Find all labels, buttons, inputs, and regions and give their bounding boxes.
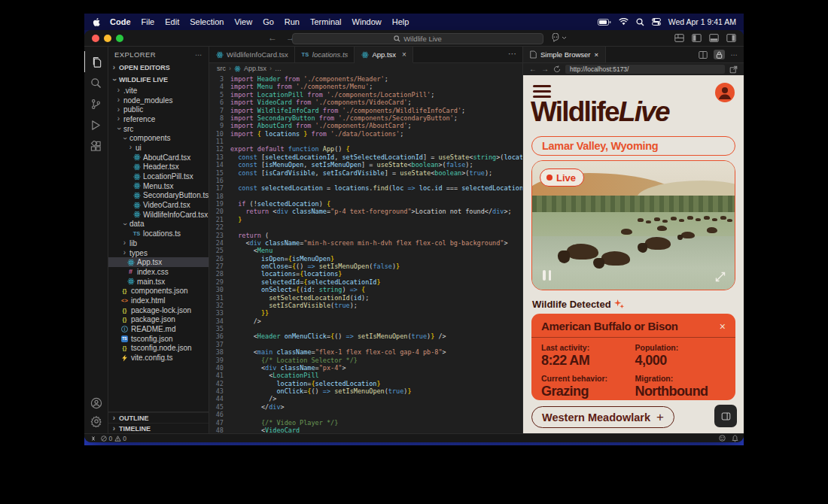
file-types[interactable]: ›types: [108, 248, 209, 258]
file-components.json[interactable]: {}components.json: [108, 286, 209, 296]
apple-logo-icon[interactable]: [92, 17, 102, 27]
file-index.html[interactable]: <>index.html: [108, 296, 209, 305]
settings-gear-icon[interactable]: [90, 415, 102, 427]
remote-indicator-icon[interactable]: [90, 436, 97, 442]
file-ui[interactable]: ›ui: [108, 143, 209, 153]
file-data[interactable]: ›data: [108, 220, 209, 229]
open-editors-section[interactable]: › OPEN EDITORS: [108, 62, 209, 74]
extensions-icon[interactable]: [84, 135, 108, 156]
pause-button[interactable]: [543, 270, 551, 281]
menu-edit[interactable]: Edit: [160, 17, 184, 26]
file-lib[interactable]: ›lib: [108, 238, 209, 248]
tab-wildlifeinfocard.tsx[interactable]: WildlifeInfoCard.tsx: [209, 47, 295, 62]
zoom-window-button[interactable]: [116, 35, 123, 42]
toggle-panel-icon[interactable]: [709, 33, 719, 43]
tab-app.tsx[interactable]: App.tsx×: [355, 47, 413, 63]
accounts-icon[interactable]: [90, 397, 102, 409]
feedback-smiley-icon[interactable]: [719, 435, 726, 442]
file-videocard.tsx[interactable]: VideoCard.tsx: [108, 200, 209, 210]
lock-button[interactable]: [714, 50, 725, 59]
dev-overlay-button[interactable]: [714, 405, 737, 427]
toggle-primary-sidebar-icon[interactable]: [692, 33, 702, 43]
file-locations.ts[interactable]: TSlocations.ts: [108, 229, 209, 238]
search-view-icon[interactable]: [84, 72, 108, 93]
command-center-search[interactable]: Wildlife Live: [292, 33, 543, 44]
breadcrumb-file[interactable]: App.tsx: [244, 65, 266, 72]
browser-reload-icon[interactable]: [553, 65, 561, 73]
next-species-button[interactable]: Western Meadowlark +: [531, 406, 674, 428]
menu-file[interactable]: File: [136, 17, 160, 26]
close-window-button[interactable]: [92, 35, 99, 42]
file-tsconfig.node.json[interactable]: {}tsconfig.node.json: [108, 344, 209, 354]
copilot-menu-button[interactable]: [551, 33, 567, 42]
file-secondarybutton.tsx[interactable]: SecondaryButton.tsx: [108, 191, 209, 201]
timeline-section[interactable]: › TIMELINE: [108, 423, 209, 433]
code-editor[interactable]: 3import Header from './components/Header…: [209, 74, 522, 433]
file-src[interactable]: ›src: [108, 124, 209, 134]
customize-layout-icon[interactable]: [674, 33, 684, 43]
problems-indicator[interactable]: 0 0: [101, 435, 126, 442]
menu-selection[interactable]: Selection: [184, 17, 229, 26]
breadcrumb[interactable]: src › App.tsx › …: [209, 63, 522, 74]
outline-section[interactable]: › OUTLINE: [108, 412, 209, 423]
breadcrumb-src[interactable]: src: [217, 65, 226, 72]
explorer-view-icon[interactable]: [84, 51, 108, 72]
file-public[interactable]: ›public: [108, 105, 209, 114]
file-tsconfig.json[interactable]: TStsconfig.json: [108, 334, 209, 344]
menu-code[interactable]: Code: [105, 17, 136, 26]
menu-terminal[interactable]: Terminal: [305, 17, 347, 26]
close-card-button[interactable]: ×: [720, 321, 726, 332]
browser-back-button[interactable]: ←: [529, 65, 537, 73]
url-input[interactable]: http://localhost:5173/: [565, 65, 725, 74]
spotlight-search-icon[interactable]: [636, 18, 644, 26]
browser-more-actions[interactable]: ⋯: [731, 50, 738, 59]
tabbar-more-actions[interactable]: ⋯: [508, 49, 516, 59]
explorer-more-actions[interactable]: ⋯: [195, 50, 202, 59]
toggle-secondary-sidebar-icon[interactable]: [726, 33, 736, 43]
control-center-icon[interactable]: [652, 18, 661, 26]
avatar[interactable]: [715, 83, 735, 102]
fullscreen-expand-icon[interactable]: [715, 272, 726, 282]
menu-view[interactable]: View: [229, 17, 257, 26]
file-index.css[interactable]: #index.css: [108, 267, 209, 277]
file-vite.config.ts[interactable]: vite.config.ts: [108, 353, 209, 363]
menu-go[interactable]: Go: [257, 17, 279, 26]
location-pill-button[interactable]: Lamar Valley, Wyoming: [531, 136, 735, 156]
file-components[interactable]: ›components: [108, 133, 209, 143]
file-node_modules[interactable]: ›node_modules: [108, 96, 209, 105]
run-debug-icon[interactable]: [84, 114, 108, 135]
menu-window[interactable]: Window: [347, 17, 387, 26]
wifi-icon[interactable]: [619, 18, 629, 26]
line-number: 4: [209, 83, 230, 90]
breadcrumb-symbol[interactable]: …: [275, 65, 282, 72]
browser-forward-button[interactable]: →: [541, 65, 549, 73]
file-aboutcard.tsx[interactable]: AboutCard.tsx: [108, 153, 209, 162]
vscode-titlebar[interactable]: ← → Wildlife Live: [84, 30, 744, 47]
file-wildlifeinfocard.tsx[interactable]: WildlifeInfoCard.tsx: [108, 210, 209, 220]
file-reference[interactable]: ›reference: [108, 114, 209, 124]
close-tab-icon[interactable]: ×: [402, 50, 406, 59]
file-package.json[interactable]: {}package.json: [108, 315, 209, 325]
split-editor-icon[interactable]: [699, 50, 708, 59]
file-app.tsx[interactable]: App.tsx: [108, 257, 209, 267]
file-label: components.json: [131, 287, 188, 295]
live-video-card[interactable]: Live: [531, 160, 735, 290]
open-external-icon[interactable]: [729, 65, 738, 74]
workspace-root-folder[interactable]: › WILDLIFE LIVE: [108, 74, 209, 86]
tab-locations.ts[interactable]: TSlocations.ts: [295, 47, 355, 62]
menu-run[interactable]: Run: [279, 17, 305, 26]
notifications-bell-icon[interactable]: [732, 435, 738, 442]
simple-browser-tab[interactable]: Simple Browser ×: [523, 47, 606, 62]
file-header.tsx[interactable]: Header.tsx: [108, 162, 209, 172]
menu-help[interactable]: Help: [387, 17, 415, 26]
minimize-window-button[interactable]: [104, 35, 111, 42]
file-main.tsx[interactable]: main.tsx: [108, 277, 209, 287]
file-readme.md[interactable]: iREADME.md: [108, 324, 209, 334]
history-back-button[interactable]: ←: [268, 32, 277, 43]
source-control-icon[interactable]: [84, 93, 108, 114]
close-tab-icon[interactable]: ×: [595, 50, 599, 59]
file-package-lock.json[interactable]: {}package-lock.json: [108, 305, 209, 315]
file-menu.tsx[interactable]: Menu.tsx: [108, 181, 209, 191]
file-.vite[interactable]: ›.vite: [108, 86, 209, 96]
file-locationpill.tsx[interactable]: LocationPill.tsx: [108, 172, 209, 181]
